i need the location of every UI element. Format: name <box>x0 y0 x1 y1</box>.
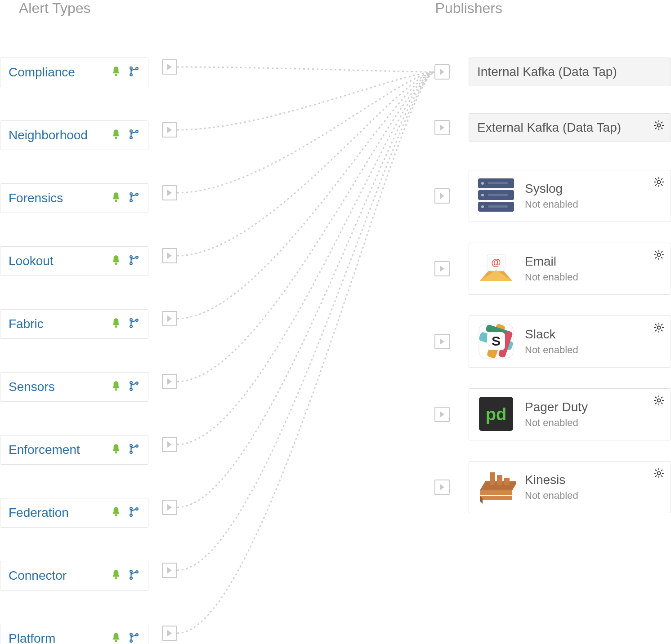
bell-icon[interactable] <box>110 254 122 268</box>
bell-icon[interactable] <box>110 129 122 142</box>
alert-type-card[interactable]: Enforcement <box>0 435 148 465</box>
bell-icon[interactable] <box>110 443 122 457</box>
alert-output-connector[interactable] <box>162 311 177 326</box>
alert-type-card[interactable]: Fabric <box>0 309 148 339</box>
alert-type-label: Platform <box>9 631 55 644</box>
alert-output-connector[interactable] <box>162 59 177 75</box>
publisher-name: External Kafka (Data Tap) <box>477 120 662 135</box>
alert-type-card[interactable]: Platform <box>0 624 148 644</box>
branch-icon[interactable] <box>128 506 140 520</box>
branch-icon[interactable] <box>128 317 140 331</box>
alert-output-connector[interactable] <box>162 374 177 389</box>
publisher-card[interactable]: Internal Kafka (Data Tap) <box>469 58 671 86</box>
branch-icon[interactable] <box>128 380 140 394</box>
publisher-status: Not enabled <box>525 417 662 429</box>
publisher-name: Internal Kafka (Data Tap) <box>477 65 662 79</box>
publisher-name: Slack <box>525 327 662 342</box>
alert-output-connector[interactable] <box>162 500 177 515</box>
alert-type-card[interactable]: Federation <box>0 498 148 528</box>
alert-output-connector[interactable] <box>162 122 177 138</box>
publisher-card[interactable]: EmailNot enabled <box>469 243 671 295</box>
alert-output-connector[interactable] <box>162 563 177 578</box>
publisher-input-connector[interactable] <box>434 64 450 80</box>
bell-icon[interactable] <box>110 632 122 644</box>
publisher-card[interactable]: SyslogNot enabled <box>469 170 671 222</box>
publisher-name: Email <box>525 254 662 269</box>
alert-type-card[interactable]: Lookout <box>0 246 148 276</box>
bell-icon[interactable] <box>110 317 122 331</box>
alert-type-card[interactable]: Neighborhood <box>0 120 148 150</box>
publisher-status: Not enabled <box>525 199 662 210</box>
branch-icon[interactable] <box>128 443 140 457</box>
bell-icon[interactable] <box>110 66 122 79</box>
publishers-header: Publishers <box>435 0 502 17</box>
publisher-card[interactable]: SlackNot enabled <box>469 315 671 368</box>
alert-output-connector[interactable] <box>162 626 177 641</box>
alert-type-label: Forensics <box>9 191 63 205</box>
branch-icon[interactable] <box>128 66 140 79</box>
alert-type-label: Lookout <box>9 254 54 268</box>
alert-type-label: Connector <box>9 568 67 583</box>
alert-type-label: Compliance <box>9 65 75 80</box>
publisher-name: Pager Duty <box>525 400 662 414</box>
alert-type-label: Enforcement <box>9 443 80 457</box>
gear-icon[interactable] <box>653 120 664 133</box>
pagerduty-icon <box>477 395 516 434</box>
alert-output-connector[interactable] <box>162 248 177 263</box>
publisher-input-connector[interactable] <box>434 480 450 495</box>
alert-types-header: Alert Types <box>19 0 90 17</box>
branch-icon[interactable] <box>128 254 140 268</box>
publisher-input-connector[interactable] <box>434 334 450 349</box>
alert-type-label: Federation <box>9 506 69 520</box>
publisher-card[interactable]: KinesisNot enabled <box>469 461 671 513</box>
alert-type-card[interactable]: Connector <box>0 561 148 591</box>
bell-icon[interactable] <box>110 191 122 205</box>
branch-icon[interactable] <box>128 191 140 205</box>
branch-icon[interactable] <box>128 569 140 582</box>
alert-type-card[interactable]: Forensics <box>0 183 148 213</box>
publisher-status: Not enabled <box>525 344 662 356</box>
gear-icon[interactable] <box>653 468 664 480</box>
publisher-input-connector[interactable] <box>434 261 450 276</box>
publisher-name: Kinesis <box>525 473 662 487</box>
alert-output-connector[interactable] <box>162 437 177 452</box>
email-icon <box>477 249 516 288</box>
alert-type-card[interactable]: Compliance <box>0 58 148 87</box>
alert-type-label: Sensors <box>9 380 55 394</box>
publisher-name: Syslog <box>525 182 662 196</box>
gear-icon[interactable] <box>653 395 664 408</box>
alert-type-label: Fabric <box>9 317 44 331</box>
publisher-card[interactable]: External Kafka (Data Tap) <box>469 113 671 142</box>
publisher-input-connector[interactable] <box>434 407 450 422</box>
branch-icon[interactable] <box>128 129 140 142</box>
alert-type-label: Neighborhood <box>9 128 88 142</box>
publisher-input-connector[interactable] <box>434 188 450 204</box>
gear-icon[interactable] <box>653 249 664 262</box>
publisher-input-connector[interactable] <box>434 120 450 135</box>
publisher-status: Not enabled <box>525 490 662 502</box>
publisher-status: Not enabled <box>525 271 662 283</box>
kinesis-icon <box>477 468 516 506</box>
gear-icon[interactable] <box>653 322 664 335</box>
branch-icon[interactable] <box>128 632 140 644</box>
bell-icon[interactable] <box>110 506 122 520</box>
slack-icon <box>477 322 516 361</box>
syslog-icon <box>477 177 516 215</box>
gear-icon[interactable] <box>653 177 664 189</box>
alert-type-card[interactable]: Sensors <box>0 372 148 402</box>
alert-output-connector[interactable] <box>162 185 177 200</box>
bell-icon[interactable] <box>110 380 122 394</box>
bell-icon[interactable] <box>110 569 122 582</box>
publisher-card[interactable]: Pager DutyNot enabled <box>469 388 671 440</box>
